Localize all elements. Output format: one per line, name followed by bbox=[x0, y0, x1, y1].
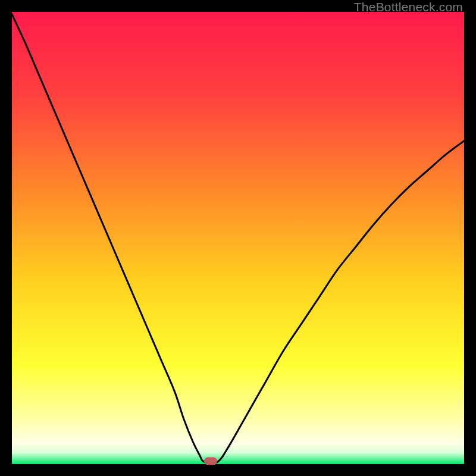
gradient-background bbox=[12, 12, 464, 464]
watermark-text: TheBottleneck.com bbox=[354, 0, 463, 14]
optimal-point-marker bbox=[204, 458, 217, 465]
chart-frame bbox=[12, 12, 464, 464]
bottleneck-chart bbox=[12, 12, 464, 464]
